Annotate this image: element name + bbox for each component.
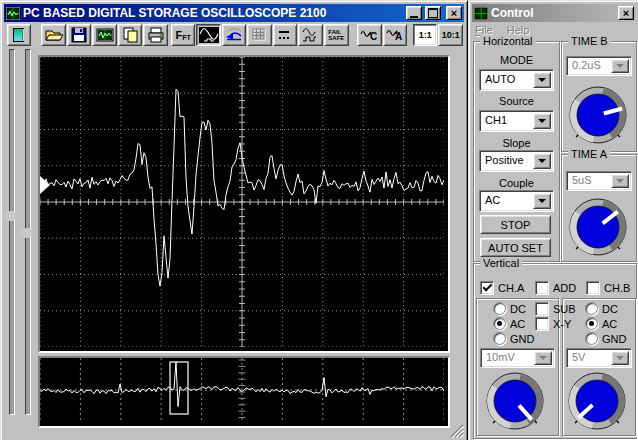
vertical-group-label: Vertical	[480, 257, 522, 269]
probe-wave-c-icon: C	[359, 27, 379, 43]
line-style-button[interactable]	[273, 24, 297, 46]
cha-gnd-row: GND	[493, 332, 534, 345]
interpolation-button[interactable]	[298, 24, 322, 46]
toolbar: FFT	[4, 23, 464, 47]
auto-set-button[interactable]: AUTO SET	[480, 238, 551, 257]
xy-checkbox-row: X-Y	[535, 317, 571, 331]
chb-volts-knob[interactable]	[566, 370, 628, 432]
time-a-group: TIME A 5uS	[561, 154, 637, 262]
probe-10to1-button[interactable]: 10:1	[438, 24, 462, 46]
couple-combobox[interactable]: AC	[479, 190, 554, 212]
scope-display	[40, 57, 444, 347]
slope-dropdown-arrow[interactable]	[533, 153, 551, 169]
cha-gnd-radio[interactable]	[493, 332, 506, 345]
mode-label: MODE	[474, 54, 559, 66]
chevron-down-icon	[538, 199, 546, 207]
position-slider-thumb-1[interactable]	[4, 211, 18, 221]
probe-1to1-button[interactable]: 1:1	[413, 24, 437, 46]
chevron-down-icon	[616, 64, 624, 72]
time-b-knob[interactable]	[567, 84, 629, 146]
xy-label: X-Y	[553, 318, 571, 330]
chb-gnd-row: GND	[585, 332, 626, 345]
chb-gnd-radio[interactable]	[585, 332, 598, 345]
preview-display-frame[interactable]	[38, 356, 450, 428]
cha-checkbox[interactable]	[480, 281, 494, 295]
chevron-down-icon	[539, 356, 547, 364]
scroll-mode-button[interactable]	[222, 24, 246, 46]
open-button[interactable]	[41, 24, 65, 46]
stop-button[interactable]: STOP	[480, 215, 551, 234]
mode-combobox[interactable]: AUTO	[479, 69, 554, 91]
time-b-group: TIME B 0.2uS	[561, 41, 637, 152]
xy-checkbox[interactable]	[535, 317, 549, 331]
exit-door-icon	[10, 27, 28, 43]
slope-combobox[interactable]: Positive	[479, 150, 554, 172]
position-slider-track-1[interactable]	[9, 49, 15, 415]
source-label: Source	[474, 95, 559, 107]
chb-ac-radio[interactable]	[585, 317, 598, 330]
ac-label: AC	[510, 318, 525, 330]
position-slider-thumb-2[interactable]	[20, 228, 34, 238]
probe-cal-a-button[interactable]: A	[383, 24, 407, 46]
cha-dc-radio[interactable]	[493, 302, 506, 315]
fft-button[interactable]: FFT	[171, 24, 195, 46]
control-titlebar: Control ×	[472, 4, 636, 22]
resize-grip[interactable]	[448, 422, 464, 438]
horizontal-group: Horizontal MODE AUTO Source CH1 Slope Po…	[473, 41, 560, 262]
ac-label: AC	[602, 318, 617, 330]
control-window: Control × File Help Horizontal MODE AUTO…	[468, 0, 638, 440]
control-app-icon	[474, 7, 488, 20]
maximize-button[interactable]	[425, 6, 441, 20]
print-button[interactable]	[143, 24, 167, 46]
close-icon: ×	[623, 8, 629, 19]
time-b-combobox: 0.2uS	[566, 56, 632, 76]
mode-dropdown-arrow[interactable]	[533, 72, 551, 88]
sub-label: SUB	[553, 303, 576, 315]
preview-display	[40, 358, 444, 422]
fail-safe-button[interactable]: FAIL SAFE	[324, 24, 349, 46]
sub-checkbox[interactable]	[535, 302, 549, 316]
chb-ac-row: AC	[585, 317, 617, 330]
chb-checkbox[interactable]	[586, 281, 600, 295]
capture-screen-button[interactable]	[92, 24, 116, 46]
cha-ac-row: AC	[493, 317, 525, 330]
fail-safe-label: FAIL SAFE	[328, 29, 344, 41]
time-a-knob[interactable]	[567, 196, 629, 258]
add-checkbox-row: ADD	[535, 281, 576, 295]
cha-dc-row: DC	[493, 302, 526, 315]
cha-volts-knob[interactable]	[484, 370, 546, 432]
slope-label: Slope	[474, 137, 559, 149]
printer-icon	[147, 27, 165, 43]
source-dropdown-arrow[interactable]	[533, 113, 551, 129]
exit-button[interactable]	[7, 24, 31, 46]
cha-ac-radio[interactable]	[493, 317, 506, 330]
oscilloscope-app-icon	[6, 7, 20, 20]
chb-dc-radio[interactable]	[585, 302, 598, 315]
copy-button[interactable]	[118, 24, 142, 46]
copy-pages-icon	[121, 27, 139, 43]
gnd-label: GND	[602, 333, 626, 345]
time-a-combobox: 5uS	[566, 171, 632, 191]
cha-label: CH.A	[498, 282, 524, 294]
fft-label: F	[175, 29, 182, 41]
save-button[interactable]	[67, 24, 91, 46]
dc-label: DC	[602, 303, 618, 315]
chevron-down-icon	[538, 78, 546, 86]
dc-label: DC	[510, 303, 526, 315]
minimize-button[interactable]	[406, 6, 422, 20]
time-a-label: TIME A	[568, 148, 610, 160]
scope-display-frame[interactable]	[38, 55, 450, 353]
waveform-display-button[interactable]	[196, 24, 220, 46]
control-close-button[interactable]: ×	[618, 6, 634, 20]
main-window-title: PC BASED DIGITAL STORAGE OSCILLOSCOPE 21…	[23, 6, 403, 20]
source-combobox[interactable]: CH1	[479, 110, 554, 132]
couple-dropdown-arrow[interactable]	[533, 193, 551, 209]
control-window-title: Control	[491, 6, 615, 20]
add-checkbox[interactable]	[535, 281, 549, 295]
close-button[interactable]: ×	[446, 6, 462, 20]
couple-label: Couple	[474, 177, 559, 189]
add-label: ADD	[553, 282, 576, 294]
probe-cal-c-button[interactable]: C	[357, 24, 381, 46]
chevron-down-icon	[538, 159, 546, 167]
cha-volts-combobox: 10mV	[480, 348, 555, 368]
